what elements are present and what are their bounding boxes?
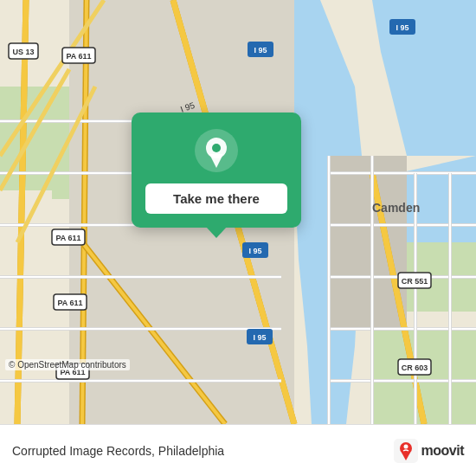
svg-rect-10 [329,156,407,329]
map-attribution: © OpenStreetMap contributors [5,359,130,370]
svg-point-86 [403,444,408,448]
moovit-brand-name: moovit [421,443,464,459]
map-container: I 95 I 95 I 95 I 95 US 13 PA 611 PA 611 … [0,0,476,424]
location-pin-icon [194,128,239,173]
moovit-logo: moovit [394,439,464,463]
svg-text:PA 611: PA 611 [57,299,82,307]
svg-text:CR 603: CR 603 [402,363,428,372]
svg-text:I 95: I 95 [254,46,267,55]
svg-text:I 95: I 95 [396,23,408,32]
popup-card: Take me there [132,113,301,228]
moovit-app-icon [394,439,418,463]
svg-text:Camden: Camden [372,201,420,215]
bottom-bar: Corrupted Image Records, Philadelphia mo… [0,424,476,476]
svg-text:I 95: I 95 [253,333,266,342]
svg-text:US 13: US 13 [12,48,34,56]
take-me-there-button[interactable]: Take me there [145,183,287,214]
svg-text:PA 611: PA 611 [66,52,91,61]
svg-point-81 [212,144,221,152]
svg-text:I 95: I 95 [248,247,261,255]
svg-text:CR 551: CR 551 [402,277,428,286]
location-label: Corrupted Image Records, Philadelphia [12,444,394,458]
svg-text:PA 611: PA 611 [55,234,80,242]
